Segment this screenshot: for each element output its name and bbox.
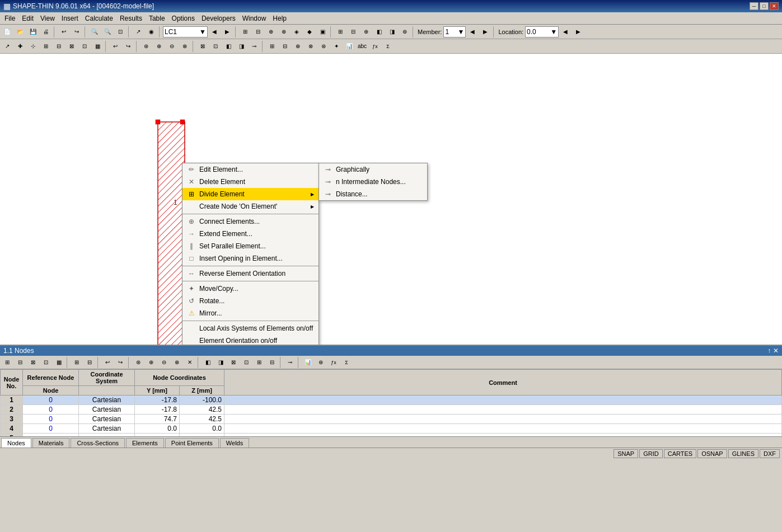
- tb-btn-a[interactable]: ⊞: [239, 26, 251, 38]
- tb2-btn-y[interactable]: ✦: [330, 40, 343, 53]
- table-row[interactable]: 1 0 Cartesian -17.8 -100.0: [1, 396, 782, 405]
- tb-btn-g[interactable]: ▣: [316, 26, 329, 38]
- pt-btn-n[interactable]: ✕: [184, 356, 196, 369]
- tb2-btn-t[interactable]: ⊞: [266, 40, 278, 53]
- undo-button[interactable]: ↩: [58, 26, 70, 38]
- zoom-all-button[interactable]: ⊡: [114, 26, 127, 38]
- menu-edit[interactable]: Edit: [18, 13, 37, 23]
- pt-btn-d[interactable]: ⊡: [40, 356, 52, 369]
- panel-restore[interactable]: ↑: [767, 347, 771, 355]
- tb2-btn-g[interactable]: ⊡: [78, 40, 91, 53]
- pt-btn-y[interactable]: Σ: [340, 356, 353, 369]
- close-button[interactable]: ✕: [770, 2, 779, 10]
- tb2-btn-aa[interactable]: abc: [356, 40, 368, 53]
- tab-point-elements[interactable]: Point Elements: [165, 438, 219, 448]
- ctx-connect-elements[interactable]: ⊕ Connect Elements...: [182, 215, 319, 228]
- menu-calculate[interactable]: Calculate: [82, 13, 116, 23]
- tb2-btn-q[interactable]: ◧: [222, 40, 235, 53]
- ctx-element-orient[interactable]: Element Orientation on/off: [182, 335, 319, 345]
- ctx-delete-element[interactable]: ✕ Delete Element: [182, 176, 319, 188]
- menu-help[interactable]: Help: [269, 13, 290, 23]
- tab-welds[interactable]: Welds: [220, 438, 249, 448]
- tb2-btn-c[interactable]: ⊹: [27, 40, 39, 53]
- menu-insert[interactable]: Insert: [58, 13, 82, 23]
- cartes-button[interactable]: CARTES: [664, 449, 696, 458]
- tb2-btn-s[interactable]: ⊸: [248, 40, 260, 53]
- pt-btn-s[interactable]: ⊞: [253, 356, 265, 369]
- submenu-graphically[interactable]: ⊸ Graphically: [319, 163, 427, 176]
- hatched-element[interactable]: [158, 122, 185, 345]
- ctx-divide-element[interactable]: ⊞ Divide Element ▶: [182, 188, 319, 200]
- tab-cross-sections[interactable]: Cross-Sections: [71, 438, 125, 448]
- ctx-reverse-orient[interactable]: ↔ Reverse Element Orientation: [182, 267, 319, 280]
- pt-btn-g[interactable]: ⊟: [83, 356, 96, 369]
- pt-btn-t[interactable]: ⊟: [266, 356, 278, 369]
- pt-btn-o[interactable]: ◧: [202, 356, 214, 369]
- menu-file[interactable]: File: [1, 13, 18, 23]
- next-location-button[interactable]: ▶: [572, 26, 584, 38]
- table-row[interactable]: 3 0 Cartesian 74.7 42.5: [1, 415, 782, 424]
- menu-window[interactable]: Window: [239, 13, 270, 23]
- tb-btn-d[interactable]: ⊗: [278, 26, 290, 38]
- tb2-btn-i[interactable]: ↩: [109, 40, 121, 53]
- ctx-extend-element[interactable]: → Extend Element...: [182, 228, 319, 240]
- tab-elements[interactable]: Elements: [126, 438, 164, 448]
- menu-table[interactable]: Table: [146, 13, 168, 23]
- tb2-btn-m[interactable]: ⊖: [166, 40, 178, 53]
- menu-view[interactable]: View: [37, 13, 58, 23]
- open-button[interactable]: 📂: [14, 26, 26, 38]
- pt-btn-b[interactable]: ⊟: [14, 356, 26, 369]
- tb-btn-i[interactable]: ⊟: [347, 26, 359, 38]
- zoom-out-button[interactable]: 🔍: [101, 26, 114, 38]
- tb2-btn-ab[interactable]: ƒx: [369, 40, 381, 53]
- tb-btn-m[interactable]: ⊛: [399, 26, 411, 38]
- grid-button[interactable]: GRID: [639, 449, 663, 458]
- location-dropdown[interactable]: 0.0 ▼: [525, 26, 559, 37]
- menu-options[interactable]: Options: [168, 13, 198, 23]
- tb2-btn-z[interactable]: 📊: [343, 40, 355, 53]
- ctx-create-node[interactable]: Create Node 'On Element' ▶: [182, 200, 319, 213]
- tb2-btn-v[interactable]: ⊕: [292, 40, 304, 53]
- pt-btn-v[interactable]: 📊: [302, 356, 314, 369]
- tb2-btn-x[interactable]: ⊛: [317, 40, 330, 53]
- tb-btn-k[interactable]: ◧: [373, 26, 385, 38]
- ctx-insert-opening[interactable]: □ Insert Opening in Element...: [182, 252, 319, 265]
- print-button[interactable]: 🖨: [40, 26, 52, 38]
- tb2-btn-u[interactable]: ⊟: [279, 40, 291, 53]
- tb-btn-b[interactable]: ⊟: [252, 26, 264, 38]
- table-row[interactable]: 2 0 Cartesian -17.8 42.5: [1, 405, 782, 415]
- tb2-btn-ac[interactable]: Σ: [382, 40, 394, 53]
- tb-btn-h[interactable]: ⊞: [334, 26, 346, 38]
- new-button[interactable]: 📄: [1, 26, 13, 38]
- ctx-mirror[interactable]: ⚠ Mirror...: [182, 307, 319, 319]
- ctx-rotate[interactable]: ↺ Rotate...: [182, 295, 319, 307]
- tb2-btn-j[interactable]: ↪: [122, 40, 134, 53]
- tb2-btn-n[interactable]: ⊗: [179, 40, 191, 53]
- tb-btn-c[interactable]: ⊕: [265, 26, 277, 38]
- ctx-set-parallel[interactable]: ∥ Set Parallel Element...: [182, 240, 319, 252]
- tb2-btn-a[interactable]: ↗: [1, 40, 13, 53]
- tb-btn-l[interactable]: ◨: [386, 26, 398, 38]
- tb-btn-j[interactable]: ⊕: [360, 26, 372, 38]
- node-marker-2[interactable]: [180, 120, 185, 124]
- osnap-button[interactable]: OSNAP: [697, 449, 727, 458]
- glines-button[interactable]: GLINES: [728, 449, 758, 458]
- pt-btn-i[interactable]: ↪: [114, 356, 127, 369]
- panel-close[interactable]: ✕: [773, 347, 779, 355]
- tab-materials[interactable]: Materials: [32, 438, 70, 448]
- pt-btn-c[interactable]: ⊠: [27, 356, 39, 369]
- tb2-btn-h[interactable]: ▦: [91, 40, 104, 53]
- menu-developers[interactable]: Developers: [198, 13, 239, 23]
- ctx-move-copy[interactable]: ✦ Move/Copy...: [182, 283, 319, 295]
- prev-location-button[interactable]: ◀: [559, 26, 572, 38]
- prev-lc-button[interactable]: ◀: [208, 26, 221, 38]
- tb2-btn-b[interactable]: ✚: [14, 40, 26, 53]
- pt-btn-h[interactable]: ↩: [101, 356, 114, 369]
- snap-button[interactable]: SNAP: [614, 449, 638, 458]
- pt-btn-e[interactable]: ▦: [53, 356, 65, 369]
- pt-btn-m[interactable]: ⊗: [171, 356, 183, 369]
- pt-btn-p[interactable]: ◨: [214, 356, 227, 369]
- tb2-btn-p[interactable]: ⊡: [209, 40, 222, 53]
- select-button[interactable]: ↗: [132, 26, 144, 38]
- tb2-btn-f[interactable]: ⊠: [65, 40, 78, 53]
